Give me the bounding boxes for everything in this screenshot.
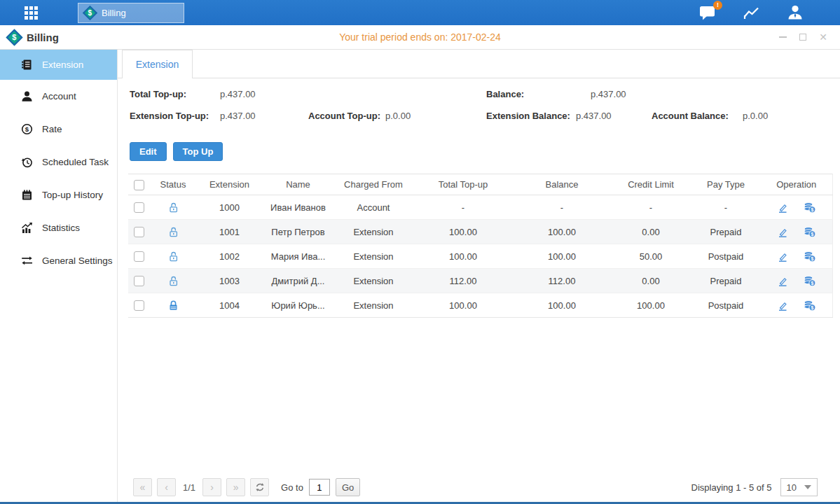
cell-name: Иван Иванов: [263, 195, 333, 220]
minimize-button[interactable]: [778, 33, 787, 41]
row-checkbox[interactable]: [134, 300, 144, 311]
sidebar-item-statistics[interactable]: Statistics: [0, 211, 117, 244]
unlocked-status-icon: [167, 202, 179, 214]
prev-page-button[interactable]: ‹: [157, 478, 176, 496]
notification-badge: !: [713, 1, 722, 10]
tab-strip: Extension: [118, 50, 840, 78]
sidebar-item-account[interactable]: Account: [0, 80, 117, 113]
top-up-row-icon[interactable]: $: [803, 300, 816, 312]
cell-charged-from: Extension: [333, 244, 413, 269]
pagination-bar: « ‹ 1/1 › » Go to Go Displaying: [133, 478, 818, 496]
cell-extension: 1002: [196, 244, 263, 269]
table-row[interactable]: 1003 Дмитрий Д... Extension 112.00 112.0…: [128, 269, 832, 293]
edit-row-icon[interactable]: [777, 275, 789, 287]
row-checkbox[interactable]: [134, 227, 144, 237]
sidebar-item-label: Top-up History: [42, 190, 103, 200]
page-size-select[interactable]: 10: [780, 478, 818, 496]
edit-row-icon[interactable]: [777, 202, 789, 214]
next-page-button[interactable]: ›: [202, 478, 221, 496]
table-row[interactable]: 1001 Петр Петров Extension 100.00 100.00…: [128, 220, 832, 244]
refresh-button[interactable]: [250, 478, 269, 496]
last-page-button[interactable]: »: [226, 478, 245, 496]
cell-credit-limit: 0.00: [611, 220, 691, 244]
row-checkbox[interactable]: [134, 276, 144, 286]
account-topup-value: p.0.00: [385, 111, 486, 121]
cell-credit-limit: 0.00: [611, 269, 691, 293]
window-controls: ✕: [778, 33, 827, 41]
taskbar: $ Billing !: [0, 0, 840, 25]
maximize-button[interactable]: [799, 33, 807, 41]
edit-button[interactable]: Edit: [130, 142, 167, 161]
go-button[interactable]: Go: [336, 478, 360, 496]
cell-extension: 1001: [196, 220, 263, 244]
action-buttons: Edit Top Up: [118, 131, 840, 161]
taskbar-tab-billing[interactable]: $ Billing: [78, 3, 184, 23]
cell-extension: 1004: [196, 293, 263, 318]
sidebar-item-scheduled-task[interactable]: Scheduled Task: [0, 146, 117, 178]
cell-charged-from: Extension: [333, 269, 413, 293]
cell-name: Мария Ива...: [263, 244, 333, 269]
extension-icon: [21, 59, 33, 71]
goto-page-input[interactable]: [309, 479, 330, 496]
window-header: $ Billing Your trial period ends on: 201…: [0, 25, 840, 50]
trial-notice: Your trial period ends on: 2017-02-24: [0, 31, 840, 43]
edit-row-icon[interactable]: [777, 251, 789, 262]
goto-label: Go to: [281, 482, 303, 493]
app-launcher-grid-icon[interactable]: [25, 6, 38, 20]
sidebar-item-label: Scheduled Task: [42, 157, 109, 167]
sidebar-item-label: General Settings: [42, 255, 113, 266]
notifications-chat-icon[interactable]: !: [699, 5, 717, 21]
cell-credit-limit: 50.00: [611, 244, 691, 269]
row-checkbox[interactable]: [134, 251, 144, 262]
window-title-group: $ Billing: [8, 31, 59, 43]
cell-charged-from: Account: [333, 195, 413, 220]
cell-pay-type: -: [691, 195, 761, 220]
statistics-chart-icon[interactable]: [743, 5, 761, 20]
svg-text:$: $: [811, 231, 813, 237]
select-all-checkbox[interactable]: [134, 180, 144, 190]
table-body: 1000 Иван Иванов Account - - - -: [128, 195, 832, 318]
sidebar-item-topup-history[interactable]: Top-up History: [0, 178, 117, 211]
cell-pay-type: Postpaid: [691, 244, 761, 269]
cell-extension: 1003: [196, 269, 263, 293]
cell-extension: 1000: [196, 195, 263, 220]
app-body: Extension Account $ Rate: [0, 50, 840, 502]
balance-label: Balance:: [486, 89, 591, 99]
col-charged-from: Charged From: [333, 174, 413, 195]
col-operation: Operation: [761, 174, 832, 195]
locked-status-icon: [167, 300, 179, 312]
edit-row-icon[interactable]: [777, 300, 789, 312]
cell-pay-type: Prepaid: [691, 220, 761, 244]
table-row[interactable]: 1002 Мария Ива... Extension 100.00 100.0…: [128, 244, 832, 269]
refresh-icon: [255, 482, 265, 492]
sidebar-item-extension[interactable]: Extension: [0, 50, 117, 80]
account-balance-label: Account Balance:: [652, 111, 743, 121]
cell-pay-type: Prepaid: [691, 269, 761, 293]
svg-text:$: $: [811, 280, 813, 286]
sidebar-item-general-settings[interactable]: General Settings: [0, 244, 117, 277]
edit-row-icon[interactable]: [777, 226, 789, 238]
top-up-row-icon[interactable]: $: [803, 202, 816, 214]
tab-extension[interactable]: Extension: [122, 50, 193, 78]
total-topup-label: Total Top-up:: [130, 89, 220, 99]
first-page-button[interactable]: «: [133, 478, 152, 496]
sidebar-item-rate[interactable]: $ Rate: [0, 113, 117, 146]
svg-text:$: $: [811, 206, 813, 212]
cell-balance: -: [513, 195, 611, 220]
close-button[interactable]: ✕: [819, 33, 827, 41]
top-up-button[interactable]: Top Up: [173, 142, 223, 161]
user-account-icon[interactable]: [787, 4, 804, 21]
sidebar: Extension Account $ Rate: [0, 50, 118, 502]
top-up-row-icon[interactable]: $: [803, 226, 816, 238]
top-up-row-icon[interactable]: $: [803, 251, 816, 262]
cell-credit-limit: -: [611, 195, 691, 220]
cell-balance: 100.00: [513, 244, 611, 269]
page-size-value: 10: [787, 482, 797, 493]
col-status: Status: [150, 174, 196, 195]
table-row[interactable]: 1000 Иван Иванов Account - - - -: [128, 195, 832, 220]
top-up-row-icon[interactable]: $: [803, 275, 816, 287]
table-row[interactable]: 1004 Юрий Юрь... Extension 100.00 100.00…: [128, 293, 832, 318]
cell-pay-type: Postpaid: [691, 293, 761, 318]
table-header-row: Status Extension Name Charged From Total…: [128, 174, 832, 195]
row-checkbox[interactable]: [134, 202, 144, 213]
